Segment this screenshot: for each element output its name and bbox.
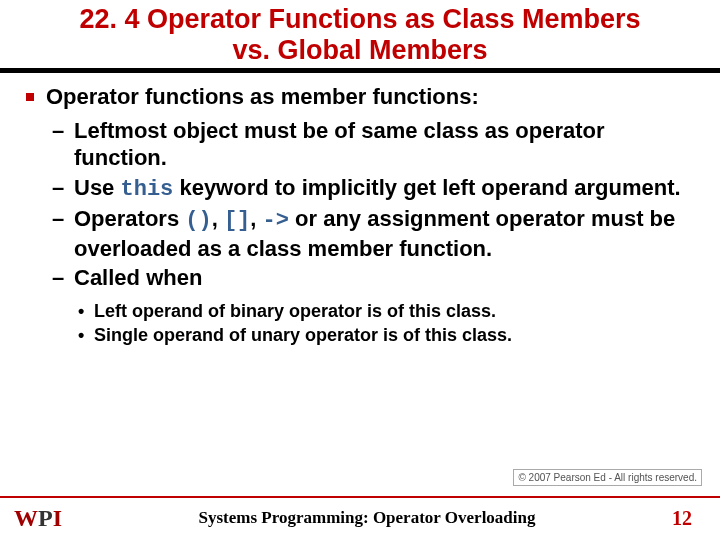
- dot-bullet-icon: •: [78, 324, 84, 347]
- level1-text: Operator functions as member functions:: [46, 84, 479, 109]
- square-bullet-icon: [26, 93, 34, 101]
- title-line-1: 22. 4 Operator Functions as Class Member…: [79, 4, 640, 34]
- code-this: this: [120, 177, 173, 202]
- comma: ,: [250, 206, 262, 231]
- code-paren: (): [185, 208, 211, 233]
- level2-text-pre: Use: [74, 175, 120, 200]
- footer-title: Systems Programming: Operator Overloadin…: [62, 508, 672, 528]
- page-number: 12: [672, 507, 692, 530]
- code-arrow: ->: [263, 208, 289, 233]
- level2-text-pre: Operators: [74, 206, 185, 231]
- slide-body: Operator functions as member functions: …: [0, 83, 720, 347]
- dash-bullet-icon: –: [52, 205, 64, 233]
- dot-bullet-icon: •: [78, 300, 84, 323]
- level3-item: • Left operand of binary operator is of …: [94, 300, 694, 323]
- wpi-logo: WPI: [14, 505, 62, 532]
- level3-text: Single operand of unary operator is of t…: [94, 325, 512, 345]
- comma: ,: [212, 206, 224, 231]
- slide-footer: WPI Systems Programming: Operator Overlo…: [0, 496, 720, 540]
- logo-i: I: [53, 505, 62, 532]
- slide-title: 22. 4 Operator Functions as Class Member…: [0, 4, 720, 66]
- level3-text: Left operand of binary operator is of th…: [94, 301, 496, 321]
- dash-bullet-icon: –: [52, 264, 64, 292]
- level2-item: – Leftmost object must be of same class …: [74, 117, 694, 172]
- level2-text: Called when: [74, 265, 202, 290]
- copyright-text: © 2007 Pearson Ed - All rights reserved.: [518, 472, 697, 483]
- code-bracket: []: [224, 208, 250, 233]
- level2-item: – Called when: [74, 264, 694, 292]
- level3-item: • Single operand of unary operator is of…: [94, 324, 694, 347]
- level2-text-post: keyword to implicitly get left operand a…: [173, 175, 680, 200]
- level2-item: – Operators (), [], -> or any assignment…: [74, 205, 694, 262]
- title-underline: [0, 68, 720, 73]
- footer-rule: [0, 496, 720, 498]
- level2-item: – Use this keyword to implicitly get lef…: [74, 174, 694, 204]
- logo-w: W: [14, 505, 38, 532]
- bullet-list-level3: • Left operand of binary operator is of …: [30, 300, 694, 347]
- logo-p: P: [38, 505, 53, 532]
- dash-bullet-icon: –: [52, 174, 64, 202]
- bullet-list-level2: – Leftmost object must be of same class …: [30, 117, 694, 292]
- level2-text: Leftmost object must be of same class as…: [74, 118, 605, 171]
- dash-bullet-icon: –: [52, 117, 64, 145]
- title-line-2: vs. Global Members: [232, 35, 487, 65]
- copyright-badge: © 2007 Pearson Ed - All rights reserved.: [513, 469, 702, 486]
- bullet-level1: Operator functions as member functions:: [30, 83, 694, 111]
